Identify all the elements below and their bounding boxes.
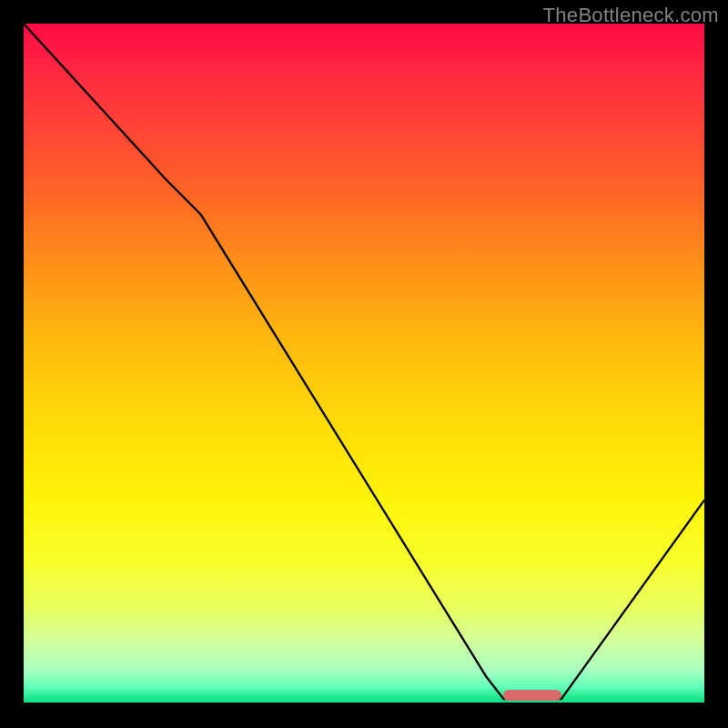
gradient-background	[24, 24, 704, 704]
x-axis-baseline	[24, 703, 704, 704]
chart-container: TheBottleneck.com	[0, 0, 728, 728]
optimal-range-marker	[503, 690, 561, 701]
plot-area	[24, 24, 704, 704]
